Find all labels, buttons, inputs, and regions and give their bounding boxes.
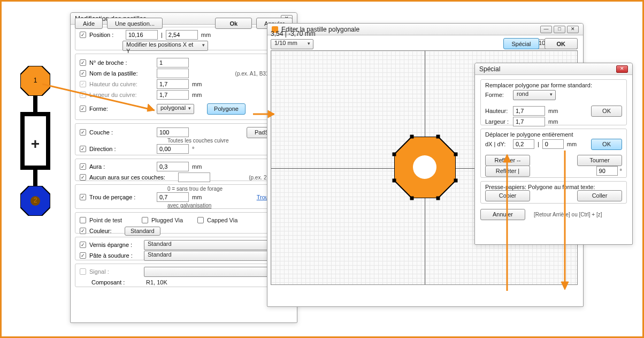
position-checkbox[interactable]: ✓ (80, 32, 86, 38)
component-label: Composant : (91, 279, 143, 286)
svg-marker-10 (503, 154, 511, 162)
forme-select[interactable]: rond (513, 90, 556, 100)
maximize-icon[interactable]: □ (554, 26, 565, 33)
direction-label: Direction : (89, 146, 154, 152)
testpoint-label: Point de test (89, 217, 139, 223)
component-value: R1, 10K (146, 279, 167, 286)
polygon-shape[interactable] (394, 137, 456, 198)
testpoint-checkbox[interactable] (80, 217, 86, 223)
dy-input[interactable] (542, 139, 564, 149)
drill-label: Trou de perçage : (89, 194, 154, 200)
position-x-input[interactable] (126, 30, 158, 40)
left-scale-select[interactable]: 1/10 mm (271, 39, 313, 49)
ok-button[interactable]: Ok (215, 18, 252, 29)
direction-input[interactable] (157, 144, 189, 154)
lead-bottom (33, 170, 37, 186)
layer-label: Couche : (89, 129, 154, 136)
dx-input[interactable] (513, 139, 534, 149)
aura-unit: mm (192, 163, 202, 170)
pin-no-checkbox[interactable]: ✓ (80, 59, 86, 66)
rotate-button[interactable]: Tourner (577, 155, 622, 166)
no-aura-label: Aucun aura sur ces couches: (89, 174, 175, 181)
unit-mm: mm (192, 81, 202, 87)
handle[interactable] (393, 153, 396, 156)
plugged-checkbox[interactable] (142, 217, 148, 223)
move-ok-button[interactable]: OK (591, 139, 622, 150)
pad-name-checkbox[interactable]: ✓ (80, 70, 86, 77)
direction-unit: ° (192, 146, 194, 152)
direction-checkbox[interactable]: ✓ (80, 146, 86, 152)
handle[interactable] (393, 179, 396, 183)
replace-ok-button[interactable]: OK (591, 106, 622, 117)
special-titlebar[interactable]: Spécial ✕ (475, 63, 632, 75)
lead-top (33, 96, 37, 112)
svg-marker-12 (561, 282, 569, 290)
paste-select[interactable]: Standard (144, 251, 288, 261)
dxdy-label: dX | dY: (485, 141, 510, 147)
svg-marker-6 (147, 104, 155, 111)
svg-marker-8 (268, 110, 274, 118)
question-button[interactable]: Une question... (107, 18, 163, 29)
no-aura-checkbox[interactable]: ✓ (80, 174, 86, 181)
color-label: Couleur: (89, 228, 121, 234)
pad-name-input[interactable] (157, 69, 189, 78)
width-input[interactable] (513, 117, 545, 126)
help-button[interactable]: Aide (75, 18, 103, 29)
aura-checkbox[interactable]: ✓ (80, 163, 86, 170)
height-input[interactable] (513, 106, 545, 116)
paste-button[interactable]: Coller (577, 190, 622, 201)
polygone-button[interactable]: Polygone (207, 103, 246, 115)
handle[interactable] (436, 135, 440, 139)
solder-label: Vernis épargne : (89, 242, 141, 248)
position-y-input[interactable] (166, 30, 198, 40)
drill-checkbox[interactable]: ✓ (80, 194, 86, 200)
unit-mm: mm (192, 92, 202, 98)
component-body: + (20, 112, 50, 170)
aura-label: Aura : (89, 163, 154, 170)
special-button[interactable]: Spécial (503, 38, 539, 49)
arrow-3 (502, 154, 512, 291)
pin-no-label: N° de broche : (89, 59, 154, 66)
unit-mm: mm (548, 108, 558, 114)
handle[interactable] (454, 153, 458, 156)
handle[interactable] (436, 197, 440, 200)
position-label: Position : (89, 32, 122, 38)
no-aura-input[interactable] (178, 172, 210, 182)
aura-input[interactable] (157, 162, 189, 171)
pin-no-input[interactable] (157, 58, 189, 67)
handle[interactable] (410, 197, 414, 200)
unit-mm: mm (548, 118, 558, 125)
signal-select (144, 267, 288, 277)
minimize-icon[interactable]: — (540, 26, 552, 33)
move-label: Déplacer le polygone entièrement (485, 131, 622, 138)
height-label: Hauteur: (485, 108, 510, 114)
deg-unit: ° (620, 168, 622, 174)
color-checkbox[interactable]: ✓ (80, 228, 86, 234)
color-button[interactable]: Standard (125, 227, 160, 236)
close-icon[interactable]: ✕ (567, 26, 579, 33)
capped-label: Capped Via (207, 217, 237, 223)
angle-input[interactable] (596, 166, 618, 176)
svg-line-5 (42, 84, 155, 110)
arrow-1 (42, 81, 165, 118)
capped-checkbox[interactable] (197, 217, 204, 223)
replace-label: Remplacer polygone par forme standard: (485, 82, 622, 88)
handle[interactable] (454, 179, 458, 183)
modify-xy-select[interactable]: Modifier les positions X et Y (122, 41, 208, 51)
close-icon[interactable]: ✕ (616, 65, 628, 73)
layer-input[interactable] (157, 127, 189, 137)
paste-checkbox[interactable]: ✓ (80, 252, 86, 259)
editor-ok-button[interactable]: OK (545, 38, 578, 49)
layer-checkbox[interactable]: ✓ (80, 129, 86, 136)
drill-unit: mm (192, 194, 202, 200)
handle[interactable] (410, 135, 414, 139)
solder-select[interactable]: Standard (144, 240, 288, 250)
pad-name-label: Nom de la pastille: (89, 70, 154, 77)
position-unit: mm (201, 32, 211, 38)
solder-checkbox[interactable]: ✓ (80, 242, 86, 248)
annotated-screenshot: 1 + 2 Modification des pastilles ✕ ✓ Pos… (0, 0, 644, 338)
signal-checkbox (80, 268, 86, 275)
drill-input[interactable] (157, 192, 189, 202)
plugged-label: Plugged Via (151, 217, 194, 223)
pad-2-octagon: 2 (20, 186, 50, 216)
